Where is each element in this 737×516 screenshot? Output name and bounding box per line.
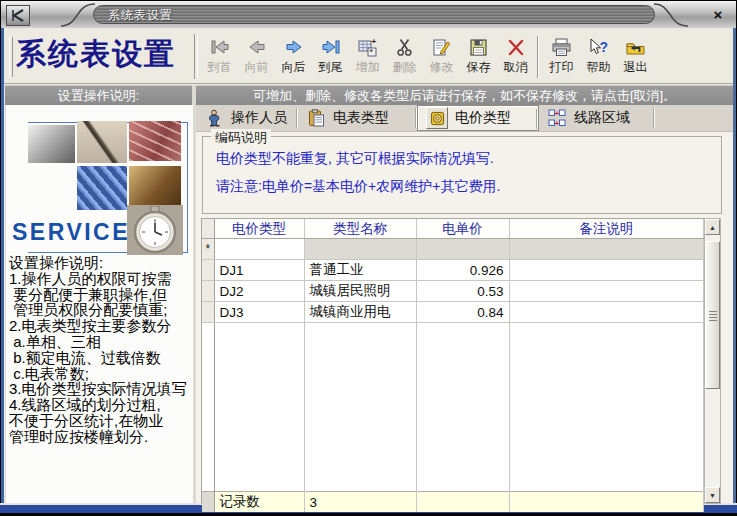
toolbar: 系统表设置 到首 向前 向后 到尾 <box>4 29 733 84</box>
exit-icon <box>625 35 646 59</box>
grid-cell-note[interactable] <box>509 260 704 281</box>
go-previous-button: 向前 <box>238 33 275 81</box>
titlebar[interactable]: 系统表设置 × <box>1 1 736 29</box>
go-last-icon <box>320 35 342 59</box>
collage-photo-tool <box>28 125 75 163</box>
svg-text:+: + <box>371 38 376 46</box>
grid-cell-type[interactable]: DJ2 <box>214 281 304 302</box>
print-icon <box>551 35 572 59</box>
add-record-button: +* 增加 <box>349 33 386 81</box>
collage-photo-pocket-watch <box>127 205 183 255</box>
go-next-button[interactable]: 向后 <box>275 33 312 81</box>
delete-record-icon <box>396 35 414 59</box>
save-button[interactable]: 保存 <box>460 33 497 81</box>
column-header: 电单价 <box>416 219 509 239</box>
svg-text:*: * <box>369 47 373 57</box>
service-wordmark: SERVICE <box>12 219 130 246</box>
scroll-up-button[interactable]: ▲ <box>705 219 720 235</box>
grid-cell[interactable] <box>416 239 509 260</box>
grid-cell-editor[interactable] <box>214 239 304 260</box>
collage-frame-line <box>187 122 188 253</box>
grid-row: DJ2 城镇居民照明 0.53 <box>202 281 704 302</box>
save-icon <box>469 35 488 59</box>
grid-cell-note[interactable] <box>509 302 704 323</box>
tab-operators[interactable]: 操作人员 <box>196 105 298 131</box>
grid-empty-area <box>202 323 704 492</box>
scrollbar-grip <box>709 311 717 321</box>
window-frame-left <box>1 28 4 504</box>
grid-cell[interactable] <box>509 239 704 260</box>
collage-photo-tools-red <box>129 121 181 161</box>
collage-photo-pen <box>77 121 127 163</box>
svg-text:?: ? <box>600 38 609 54</box>
help-button[interactable]: ? 帮助 <box>580 33 617 81</box>
grid-cell-price[interactable]: 0.53 <box>416 281 509 302</box>
tab-meter-types[interactable]: 电表类型 <box>298 105 417 131</box>
grid-cell-note[interactable] <box>509 281 704 302</box>
collage-photo-keyboard <box>77 166 127 210</box>
tab-price-types[interactable]: 电价类型 <box>417 105 539 131</box>
go-first-icon <box>209 35 231 59</box>
cancel-icon <box>507 35 525 59</box>
go-first-button: 到首 <box>201 33 238 81</box>
column-header: 电价类型 <box>214 219 304 239</box>
vertical-scrollbar[interactable]: ▲ ▼ <box>704 218 721 504</box>
svg-text:+: + <box>555 119 560 127</box>
scrollbar-thumb[interactable] <box>705 241 720 389</box>
edit-record-button: 修改 <box>423 33 460 81</box>
record-count-value: 3 <box>304 492 416 513</box>
toolbar-buttons: 到首 向前 向后 到尾 +* 增加 <box>201 33 654 81</box>
go-last-button[interactable]: 到尾 <box>312 33 349 81</box>
toolbar-grip <box>9 37 13 77</box>
window-title[interactable]: 系统表设置 <box>93 5 655 24</box>
row-selector[interactable] <box>202 281 214 302</box>
main-panel: 操作人员 电表类型 电价类型 ++ 线路区域 编 <box>196 105 733 503</box>
page-title: 系统表设置 <box>16 34 192 75</box>
toolbar-group-separator <box>534 33 543 81</box>
coding-notes-groupbox: 编码说明 电价类型不能重复, 其它可根据实际情况填写. 请注意:电单价=基本电价… <box>202 136 722 214</box>
grid-cell-name[interactable]: 城镇商业用电 <box>304 302 416 323</box>
column-header: 类型名称 <box>304 219 416 239</box>
window-frame-right <box>733 28 736 504</box>
groupbox-note-line: 请注意:电单价=基本电价+农网维护+其它费用. <box>216 178 500 196</box>
groupbox-title: 编码说明 <box>211 129 271 147</box>
sidebar-header: 设置操作说明: <box>5 85 192 106</box>
edit-record-icon <box>432 35 451 59</box>
help-icon: ? <box>588 35 609 59</box>
operator-person-icon <box>204 108 224 128</box>
toolbar-separator <box>194 34 198 79</box>
grid-header-row: 电价类型 类型名称 电单价 备注说明 <box>202 219 704 239</box>
grid-row: DJ1 普通工业 0.926 <box>202 260 704 281</box>
meter-clipboard-icon <box>306 108 326 128</box>
grid-cell-type[interactable]: DJ1 <box>214 260 304 281</box>
grid-cell-name[interactable]: 城镇居民照明 <box>304 281 416 302</box>
grid-cell-price[interactable]: 0.84 <box>416 302 509 323</box>
scroll-down-button[interactable]: ▼ <box>705 487 720 503</box>
line-area-grid-icon: ++ <box>547 108 567 128</box>
info-bar: 可增加、删除、修改各类型后请进行保存，如不保存修改，请点击[取消]。 <box>196 85 733 106</box>
tab-line-areas[interactable]: ++ 线路区域 <box>539 105 655 131</box>
app-window: 系统表设置 × 系统表设置 到首 向前 向后 <box>0 0 737 516</box>
grid-cell-price[interactable]: 0.926 <box>416 260 509 281</box>
svg-text:+: + <box>555 109 560 118</box>
grid-cell-name[interactable]: 普通工业 <box>304 260 416 281</box>
add-record-icon: +* <box>358 35 378 59</box>
new-row-marker: * <box>202 239 214 260</box>
row-selector[interactable] <box>202 302 214 323</box>
close-button[interactable]: × <box>706 5 730 24</box>
price-coin-book-icon <box>426 107 448 129</box>
row-selector[interactable] <box>202 260 214 281</box>
groupbox-note-line: 电价类型不能重复, 其它可根据实际情况填写. <box>216 150 494 168</box>
row-selector-header <box>202 219 214 239</box>
exit-button[interactable]: 退出 <box>617 33 654 81</box>
grid-cell-type[interactable]: DJ3 <box>214 302 304 323</box>
print-button[interactable]: 打印 <box>543 33 580 81</box>
grid-row: DJ3 城镇商业用电 0.84 <box>202 302 704 323</box>
instructions-text: 设置操作说明: 1.操作人员的权限可按需 要分配便于兼职操作,但 管理员权限分配… <box>9 255 193 499</box>
tabbar: 操作人员 电表类型 电价类型 ++ 线路区域 <box>196 105 733 132</box>
grid-cell[interactable] <box>304 239 416 260</box>
go-previous-icon <box>247 35 267 59</box>
price-type-grid: 电价类型 类型名称 电单价 备注说明 * DJ1 普通工业 0.926 <box>201 218 704 504</box>
new-record-row: * <box>202 239 704 260</box>
cancel-button[interactable]: 取消 <box>497 33 534 81</box>
